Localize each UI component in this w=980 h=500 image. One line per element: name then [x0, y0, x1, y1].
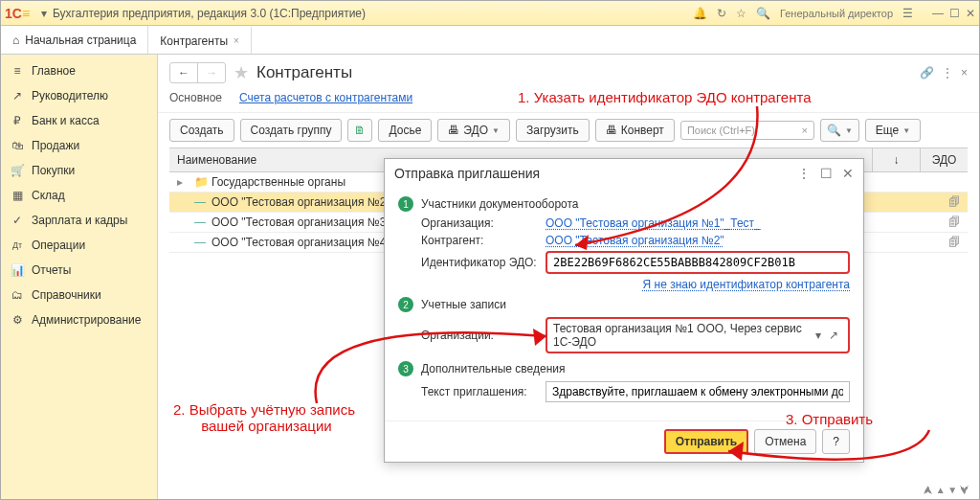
manager-icon: ↗ [11, 89, 24, 102]
admin-icon: ⚙ [11, 313, 24, 327]
help-button[interactable]: ? [822, 429, 850, 454]
link-icon[interactable]: 🔗 [920, 66, 934, 80]
accounts-select[interactable]: Тестовая организация №1 ООО, Через серви… [546, 317, 850, 353]
accounts-label: Организации: [421, 329, 540, 342]
step-2-badge: 2 [398, 297, 413, 312]
sidebar-item-bank[interactable]: ₽Банк и касса [1, 108, 157, 133]
send-button[interactable]: Отправить [664, 429, 748, 454]
modal-title: Отправка приглашения [394, 166, 797, 181]
envelope-button[interactable]: 🖶 Конверт [595, 119, 675, 142]
invitation-modal: Отправка приглашения ⋮ ☐ ✕ 1Участники до… [384, 158, 864, 463]
nav-arrows: ← → [169, 62, 226, 83]
bank-icon: ₽ [11, 114, 24, 127]
tab-contractors[interactable]: Контрагенты × [148, 26, 252, 54]
item-icon: — [194, 216, 206, 229]
toolbar: Создать Создать группу 🗎 Досье 🖶 ЭДО ▼ З… [158, 113, 979, 148]
step-2-label: Учетные записи [421, 298, 506, 311]
edo-row-icon[interactable]: 🗐 [948, 216, 960, 229]
edo-id-input[interactable] [546, 251, 850, 274]
forward-button[interactable]: → [198, 63, 225, 82]
unknown-id-link[interactable]: Я не знаю идентификатор контрагента [643, 278, 851, 291]
sidebar-item-operations[interactable]: ДтОперации [1, 233, 157, 258]
more-header-icon[interactable]: ⋮ [942, 66, 953, 80]
subtab-accounts[interactable]: Счета расчетов с контрагентами [239, 91, 412, 104]
sidebar-item-main[interactable]: ≡Главное [1, 58, 157, 83]
step-3-label: Дополнительные сведения [421, 362, 565, 375]
home-icon: ⌂ [12, 34, 19, 47]
close-page-icon[interactable]: × [961, 66, 968, 80]
close-icon[interactable]: ✕ [966, 7, 975, 20]
app-logo: 1С≡ [5, 6, 39, 21]
create-button[interactable]: Создать [169, 119, 234, 142]
item-icon: — [194, 195, 206, 209]
msg-input[interactable] [546, 381, 850, 402]
item-icon: — [194, 236, 206, 249]
step-3-badge: 3 [398, 361, 413, 376]
main-icon: ≡ [11, 64, 24, 78]
dossier-button[interactable]: Досье [378, 119, 432, 142]
user-label[interactable]: Генеральный директор [780, 8, 893, 19]
cancel-button[interactable]: Отмена [754, 429, 816, 454]
more-button[interactable]: Еще ▼ [865, 119, 921, 142]
edo-button[interactable]: 🖶 ЭДО ▼ [437, 119, 510, 142]
modal-maximize-icon[interactable]: ☐ [820, 166, 833, 181]
select-dropdown-icon[interactable]: ▾ [812, 329, 825, 342]
tab-close-icon[interactable]: × [234, 35, 239, 46]
search-input[interactable]: Поиск (Ctrl+F)× [680, 121, 814, 140]
sidebar: ≡Главное ↗Руководителю ₽Банк и касса 🛍Пр… [1, 55, 158, 499]
menu-icon[interactable]: ▾ [41, 7, 47, 20]
search-titlebar-icon[interactable]: 🔍 [756, 7, 770, 20]
modal-close-icon[interactable]: ✕ [842, 166, 854, 181]
expand-icon[interactable]: ▸ [177, 175, 189, 189]
edo-id-label: Идентификатор ЭДО: [421, 256, 540, 269]
edo-row-icon[interactable]: 🗐 [948, 236, 960, 249]
reports-icon: 📊 [11, 263, 24, 277]
msg-label: Текст приглашения: [421, 385, 540, 398]
bell-icon[interactable]: 🔔 [693, 7, 707, 20]
purchases-icon: 🛒 [11, 164, 24, 177]
sidebar-item-manager[interactable]: ↗Руководителю [1, 83, 157, 108]
sidebar-item-reports[interactable]: 📊Отчеты [1, 258, 157, 283]
app-title: Бухгалтерия предприятия, редакция 3.0 (1… [53, 7, 693, 20]
org-link[interactable]: ООО "Тестовая организация №1"_Тест_ [546, 216, 761, 230]
search-button[interactable]: 🔍 ▼ [820, 119, 859, 142]
sidebar-item-admin[interactable]: ⚙Администрирование [1, 307, 157, 332]
minimize-icon[interactable]: — [932, 7, 944, 20]
warehouse-icon: ▦ [11, 189, 24, 202]
sales-icon: 🛍 [11, 139, 24, 152]
sidebar-item-refs[interactable]: 🗂Справочники [1, 283, 157, 307]
favorite-star-icon[interactable]: ★ [234, 62, 249, 83]
tab-row: ⌂ Начальная страница Контрагенты × [1, 26, 979, 55]
back-button[interactable]: ← [170, 63, 198, 82]
modal-more-icon[interactable]: ⋮ [797, 166, 811, 181]
sidebar-item-warehouse[interactable]: ▦Склад [1, 183, 157, 208]
refs-icon: 🗂 [11, 288, 24, 302]
load-button[interactable]: Загрузить [516, 119, 590, 142]
counter-label: Контрагент: [421, 234, 540, 247]
col-sort[interactable]: ↓ [872, 148, 920, 171]
titlebar: 1С≡ ▾ Бухгалтерия предприятия, редакция … [1, 1, 979, 26]
page-header: ← → ★ Контрагенты 🔗 ⋮ × [158, 55, 979, 87]
edo-row-icon[interactable]: 🗐 [948, 195, 960, 209]
create-group-button[interactable]: Создать группу [240, 119, 343, 142]
tab-home[interactable]: ⌂ Начальная страница [1, 26, 148, 54]
col-edo[interactable]: ЭДО [920, 148, 968, 171]
sidebar-item-sales[interactable]: 🛍Продажи [1, 133, 157, 158]
counter-link[interactable]: ООО "Тестовая организация №2" [546, 234, 724, 247]
page-title: Контрагенты [256, 63, 352, 82]
copy-button[interactable]: 🗎 [347, 119, 372, 142]
sidebar-item-purchases[interactable]: 🛒Покупки [1, 158, 157, 183]
grid-nav-icons[interactable]: ⮝ ▲ ▼ ⮟ [924, 485, 969, 495]
star-icon[interactable]: ☆ [736, 7, 746, 20]
sidebar-item-salary[interactable]: ✓Зарплата и кадры [1, 208, 157, 233]
subtab-main[interactable]: Основное [169, 91, 222, 104]
operations-icon: Дт [11, 240, 24, 250]
step-1-label: Участники документооборота [421, 197, 579, 211]
history-icon[interactable]: ↻ [717, 7, 726, 20]
user-menu-icon[interactable]: ☰ [902, 7, 913, 20]
folder-icon: 📁 [194, 175, 206, 189]
maximize-icon[interactable]: ☐ [949, 7, 960, 20]
step-1-badge: 1 [398, 196, 413, 212]
select-open-icon[interactable]: ↗ [825, 329, 842, 342]
salary-icon: ✓ [11, 214, 24, 227]
